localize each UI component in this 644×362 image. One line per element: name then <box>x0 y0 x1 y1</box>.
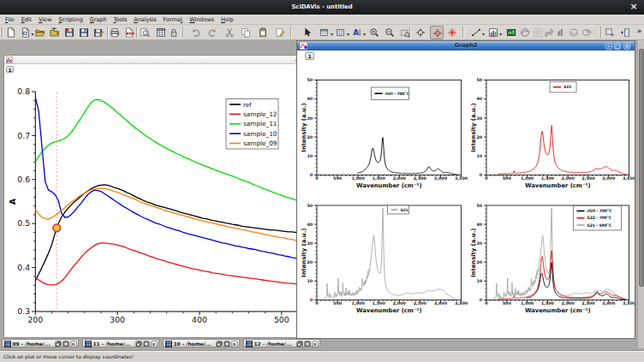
plot-3d-pie-icon[interactable] <box>580 26 593 39</box>
svg-text:A: A <box>8 198 17 205</box>
menu-item-scripting[interactable]: Scripting <box>58 16 82 23</box>
svg-text:2,500: 2,500 <box>581 301 595 306</box>
minimized-table-window-3[interactable]: 10 - /home/...× <box>163 339 240 347</box>
svg-text:Wavenumber (cm⁻¹): Wavenumber (cm⁻¹) <box>525 307 591 314</box>
plot-style-icon[interactable]: ▾ <box>486 26 500 39</box>
menu-item-file[interactable]: File <box>5 16 15 23</box>
close-icon[interactable]: × <box>312 341 319 347</box>
restore-icon[interactable] <box>296 341 303 347</box>
svg-text:A: A <box>353 28 359 37</box>
minimized-table-window-4[interactable]: 12 - /home/...× <box>243 339 320 347</box>
print-preview-icon[interactable] <box>138 26 152 39</box>
mdi-workspace: Graph1 1 2003004005000.30.40.50.60.70.8A… <box>0 40 644 350</box>
zoom-out-icon[interactable] <box>383 26 397 39</box>
save-template-icon[interactable] <box>63 26 76 39</box>
svg-text:3,500: 3,500 <box>623 301 635 306</box>
scrollbar-thumb[interactable] <box>639 49 644 287</box>
close-icon[interactable]: × <box>70 341 77 347</box>
maximize-icon[interactable] <box>304 341 311 347</box>
text-format-icon[interactable]: A▾ <box>350 26 364 39</box>
close-icon[interactable]: × <box>151 341 158 347</box>
window-close-icon[interactable]: × <box>628 1 640 13</box>
data-reader-icon[interactable] <box>430 26 444 39</box>
svg-text:0.5: 0.5 <box>17 218 30 228</box>
menu-item-windows[interactable]: Windows <box>189 16 214 23</box>
table-icon <box>246 341 253 347</box>
svg-text:S22 - 700˚C: S22 - 700˚C <box>587 215 612 220</box>
menu-item-format[interactable]: Format <box>164 16 183 23</box>
svg-text:PDF: PDF <box>127 32 135 36</box>
table-icon <box>165 341 172 347</box>
minimized-table-window-2[interactable]: 11 - /home/...× <box>82 339 159 347</box>
svg-text:300: 300 <box>110 315 125 324</box>
cut-icon[interactable] <box>223 26 236 39</box>
select-data-range-icon[interactable] <box>445 26 459 39</box>
close-icon[interactable]: × <box>231 341 238 347</box>
mdi-vertical-scrollbar[interactable] <box>637 40 644 348</box>
menu-item-edit[interactable]: Edit <box>21 16 32 23</box>
menubar: FileEditViewScriptingGraphToolsAnalysisF… <box>0 15 644 25</box>
new-matrix-icon[interactable]: ▾ <box>334 26 348 39</box>
graph2-titlebar[interactable]: Graph2 – □ × <box>297 41 635 50</box>
svg-text:1,500: 1,500 <box>541 301 555 306</box>
add-function-icon[interactable] <box>518 26 532 39</box>
graph2-title: Graph2 <box>297 42 635 49</box>
undo-icon[interactable] <box>189 26 203 39</box>
save-as-icon[interactable] <box>92 26 105 39</box>
graph2-minimize-icon[interactable]: – <box>605 43 612 50</box>
new-table-icon[interactable]: ▾ <box>318 26 331 39</box>
add-column-icon[interactable] <box>618 26 632 39</box>
maximize-icon[interactable] <box>63 341 69 347</box>
convert-table-icon[interactable] <box>603 26 617 39</box>
draw-line-icon[interactable]: ▾ <box>469 26 483 39</box>
table-icon <box>4 341 11 347</box>
graph2-close-icon[interactable]: × <box>623 43 630 50</box>
svg-text:3,000: 3,000 <box>602 301 616 306</box>
graph-icon <box>6 56 13 63</box>
redo-icon[interactable] <box>206 26 219 39</box>
svg-text:0.7: 0.7 <box>17 131 30 140</box>
screen-reader-icon[interactable] <box>414 26 427 39</box>
duplicate-window-icon[interactable] <box>154 26 168 39</box>
graph2-maximize-icon[interactable]: □ <box>614 43 621 50</box>
toolbar: ▾PDF▾▾A▾▾▾» <box>0 25 644 40</box>
add-image-icon[interactable] <box>504 26 518 39</box>
menu-item-analysis[interactable]: Analysis <box>134 16 156 23</box>
svg-text:40: 40 <box>477 223 483 227</box>
menu-item-help[interactable]: Help <box>221 16 234 23</box>
zoom-in-icon[interactable] <box>367 26 381 39</box>
copy-icon[interactable] <box>239 26 253 39</box>
toolbar-overflow-icon[interactable]: » <box>637 27 641 35</box>
paste-icon[interactable] <box>256 26 270 39</box>
export-pdf-icon[interactable]: PDF <box>122 26 136 39</box>
lock-toolbars-icon[interactable] <box>167 26 181 39</box>
print-icon[interactable] <box>108 26 122 39</box>
plot-3d-bars-icon[interactable] <box>554 26 568 39</box>
svg-text:Intensity (a.u.): Intensity (a.u.) <box>470 228 477 277</box>
menu-item-view[interactable]: View <box>39 16 51 23</box>
restore-icon[interactable] <box>55 341 62 347</box>
svg-text:sample_12: sample_12 <box>243 110 277 118</box>
minimized-table-window-1[interactable]: 09 - /home/...× <box>2 339 79 347</box>
svg-text:2,000: 2,000 <box>562 301 575 306</box>
maximize-icon[interactable] <box>224 341 230 347</box>
save-project-icon[interactable] <box>77 26 91 39</box>
raman-combined-plot[interactable]: 05001,0001,5002,0002,5003,0003,500010203… <box>297 50 635 339</box>
new-aspect-icon[interactable]: ▾ <box>19 26 33 39</box>
open-project-icon[interactable] <box>33 26 47 39</box>
svg-text:200: 200 <box>27 315 43 324</box>
svg-text:0.6: 0.6 <box>17 175 30 184</box>
new-project-icon[interactable] <box>4 26 18 39</box>
restore-icon[interactable] <box>135 341 142 347</box>
menu-item-tools[interactable]: Tools <box>113 16 127 23</box>
statusbar: Click on plot or move cursor to display … <box>0 350 644 362</box>
edit-selection-icon[interactable] <box>273 26 287 39</box>
svg-text:0: 0 <box>485 301 488 306</box>
pointer-icon[interactable] <box>301 26 314 39</box>
menu-item-graph[interactable]: Graph <box>90 16 107 23</box>
minimized-window-title: 11 - /home/... <box>93 341 131 347</box>
import-ascii-icon[interactable] <box>48 26 62 39</box>
restore-icon[interactable] <box>216 341 223 347</box>
graph2-window: Graph2 – □ × 1 05001,0001,5002,0002,5003… <box>296 40 635 339</box>
maximize-icon[interactable] <box>143 341 150 347</box>
